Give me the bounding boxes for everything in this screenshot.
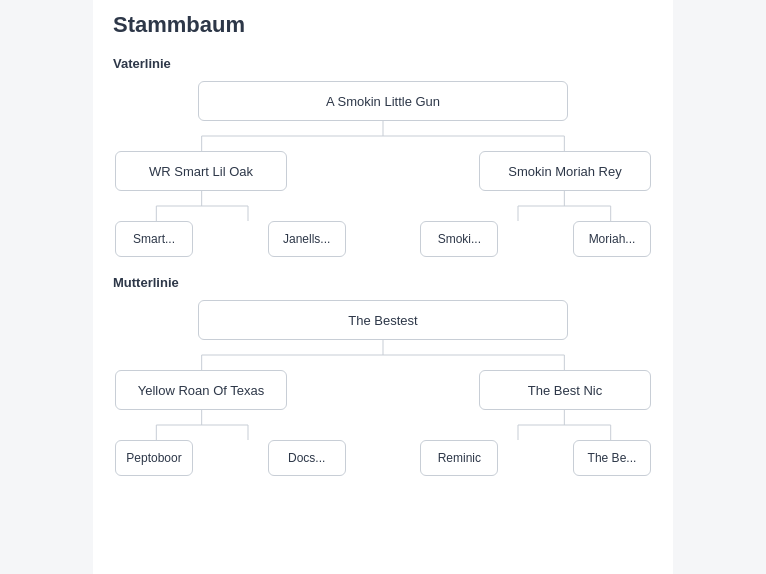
mutterlinie-level3-row: Peptoboor Docs... Reminic The Be... xyxy=(113,440,653,476)
vaterlinie-l3-node3[interactable]: Smoki... xyxy=(420,221,498,257)
vaterlinie-level3-row: Smart... Janells... Smoki... Moriah... xyxy=(113,221,653,257)
vaterlinie-connector-l1-l2 xyxy=(113,121,653,151)
mutterlinie-connector-l1-l2 xyxy=(113,340,653,370)
right-panel xyxy=(673,0,766,574)
vaterlinie-l3-node1[interactable]: Smart... xyxy=(115,221,193,257)
mutterlinie-level2-row: Yellow Roan Of Texas The Best Nic xyxy=(113,370,653,410)
mutterlinie-l2-node2[interactable]: The Best Nic xyxy=(479,370,651,410)
vaterlinie-l2-node2[interactable]: Smokin Moriah Rey xyxy=(479,151,651,191)
vaterlinie-level1-row: A Smokin Little Gun xyxy=(113,81,653,121)
mutterlinie-connector-l2-l3 xyxy=(113,410,653,440)
page-title: Stammbaum xyxy=(113,8,653,38)
vaterlinie-level2-row: WR Smart Lil Oak Smokin Moriah Rey xyxy=(113,151,653,191)
mutterlinie-level1-row: The Bestest xyxy=(113,300,653,340)
left-panel xyxy=(0,0,93,574)
mutterlinie-l3-node3[interactable]: Reminic xyxy=(420,440,498,476)
mutterlinie-l2-node1[interactable]: Yellow Roan Of Texas xyxy=(115,370,287,410)
mutterlinie-l3-node1[interactable]: Peptoboor xyxy=(115,440,193,476)
mutterlinie-l1-node1[interactable]: The Bestest xyxy=(198,300,568,340)
content-panel: Stammbaum Vaterlinie A Smokin Little Gun xyxy=(93,0,673,574)
mutterlinie-label: Mutterlinie xyxy=(113,275,653,290)
vaterlinie-l3-node2[interactable]: Janells... xyxy=(268,221,346,257)
vaterlinie-l2-node1[interactable]: WR Smart Lil Oak xyxy=(115,151,287,191)
vaterlinie-label: Vaterlinie xyxy=(113,56,653,71)
vaterlinie-l3-node4[interactable]: Moriah... xyxy=(573,221,651,257)
page-container: Stammbaum Vaterlinie A Smokin Little Gun xyxy=(0,0,766,574)
mutterlinie-section: Mutterlinie The Bestest Yellow Roan Of T… xyxy=(113,275,653,476)
vaterlinie-connector-l2-l3 xyxy=(113,191,653,221)
vaterlinie-section: Vaterlinie A Smokin Little Gun xyxy=(113,56,653,257)
mutterlinie-l3-node4[interactable]: The Be... xyxy=(573,440,651,476)
mutterlinie-l3-node2[interactable]: Docs... xyxy=(268,440,346,476)
vaterlinie-l1-node1[interactable]: A Smokin Little Gun xyxy=(198,81,568,121)
